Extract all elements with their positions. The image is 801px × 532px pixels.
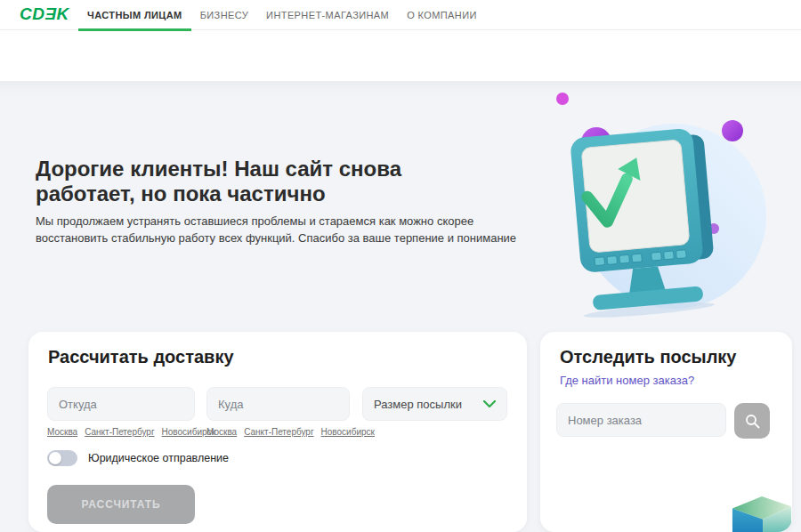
destination-city-links: Москва Санкт-Петербург Новосибирск — [206, 427, 375, 437]
destination-input[interactable] — [206, 387, 350, 421]
legal-shipment-toggle[interactable] — [47, 450, 77, 466]
tracking-title: Отследить посылку — [560, 347, 737, 367]
page: CDƎK ЧАСТНЫМ ЛИЦАМ БИЗНЕСУ ИНТЕРНЕТ-МАГА… — [0, 0, 801, 532]
destination-city-link-spb[interactable]: Санкт-Петербург — [244, 427, 313, 437]
order-number-help-link[interactable]: Где найти номер заказа? — [560, 374, 694, 387]
nav-item-private-clients[interactable]: ЧАСТНЫМ ЛИЦАМ — [78, 0, 191, 30]
origin-city-link-spb[interactable]: Санкт-Петербург — [85, 427, 154, 437]
destination-city-link-novosibirsk[interactable]: Новосибирск — [321, 427, 375, 437]
nav-item-online-stores[interactable]: ИНТЕРНЕТ-МАГАЗИНАМ — [257, 0, 398, 30]
legal-shipment-label: Юридическое отправление — [88, 452, 229, 464]
order-number-input[interactable] — [556, 403, 726, 437]
hero-description: Мы продолжаем устранять оставшиеся пробл… — [36, 213, 521, 246]
calculator-title: Рассчитать доставку — [48, 347, 234, 367]
cdek-logo[interactable]: CDƎK — [20, 4, 69, 24]
track-search-button[interactable] — [734, 403, 770, 439]
origin-city-links: Москва Санкт-Петербург Новосибирск — [47, 427, 215, 437]
toggle-knob — [49, 452, 61, 464]
origin-city-link-moscow[interactable]: Москва — [47, 427, 77, 437]
origin-input[interactable] — [47, 387, 195, 421]
monitor-checkmark-illustration — [552, 92, 801, 318]
legal-shipment-row: Юридическое отправление — [47, 450, 229, 466]
calculator-card: Рассчитать доставку Размер посылки Москв… — [28, 332, 527, 532]
calculate-button[interactable]: РАССЧИТАТЬ — [47, 485, 195, 524]
3d-cube-illustration — [731, 496, 792, 532]
parcel-size-label: Размер посылки — [374, 398, 462, 411]
nav-item-about-company[interactable]: О КОМПАНИИ — [398, 0, 486, 30]
page-title: Дорогие клиенты! Наш сайт снова работает… — [36, 157, 401, 206]
parcel-size-select[interactable]: Размер посылки — [362, 387, 507, 421]
tracking-card: Отследить посылку Где найти номер заказа… — [540, 332, 792, 532]
nav-item-business[interactable]: БИЗНЕСУ — [191, 0, 257, 30]
main-nav: ЧАСТНЫМ ЛИЦАМ БИЗНЕСУ ИНТЕРНЕТ-МАГАЗИНАМ… — [78, 0, 486, 30]
destination-city-link-moscow[interactable]: Москва — [206, 427, 237, 437]
search-icon — [745, 414, 760, 429]
header: CDƎK ЧАСТНЫМ ЛИЦАМ БИЗНЕСУ ИНТЕРНЕТ-МАГА… — [0, 0, 801, 30]
page-title-line1: Дорогие клиенты! Наш сайт снова — [36, 157, 401, 181]
chevron-down-icon — [483, 400, 496, 408]
page-title-line2: работает, но пока частично — [36, 181, 401, 206]
